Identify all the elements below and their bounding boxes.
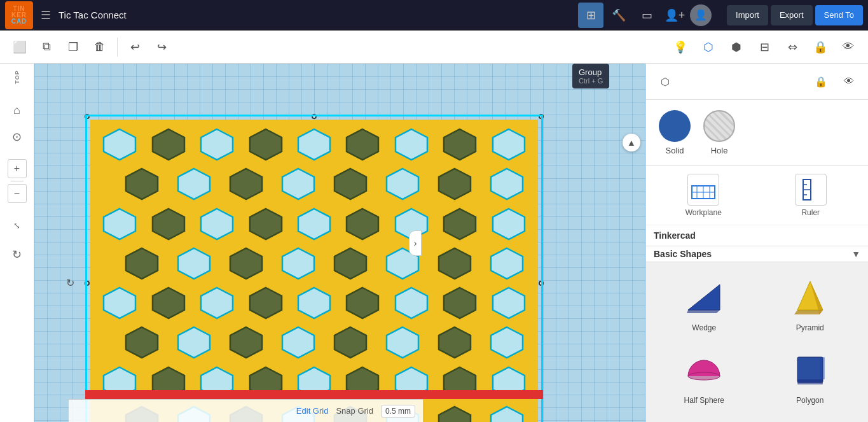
hex-cell[interactable]	[149, 127, 188, 162]
hex-cell[interactable]	[174, 325, 214, 360]
edit-grid-button[interactable]: Edit Grid	[296, 406, 329, 416]
zoom-in-button[interactable]: +	[8, 159, 27, 178]
show-hide-button[interactable]: 👁	[837, 70, 860, 93]
tinkercad-logo[interactable]: TIN KER CAD	[5, 1, 33, 29]
hex-cell[interactable]	[489, 207, 528, 241]
undo-button[interactable]: ↩	[123, 35, 147, 59]
hex-cell[interactable]	[246, 207, 286, 241]
hex-cell[interactable]	[197, 286, 237, 320]
torus-shape-item[interactable]: Torus	[757, 412, 864, 422]
hex-cell[interactable]	[487, 246, 527, 281]
hex-cell[interactable]	[122, 167, 162, 201]
hex-cell[interactable]	[279, 325, 318, 360]
fit-all-button[interactable]: ⤡	[5, 213, 29, 237]
pyramid-shape-item[interactable]: Pyramid	[757, 267, 864, 340]
new-object-button[interactable]: ⬜	[8, 35, 32, 59]
hex-cell[interactable]	[246, 286, 286, 320]
hex-cell[interactable]	[226, 167, 266, 201]
fit-button[interactable]: ⊙	[5, 125, 29, 149]
visibility-button[interactable]: 👁	[836, 35, 860, 59]
rotate-view-button[interactable]: ↻	[10, 245, 24, 264]
wedge-shape-item[interactable]: Wedge	[651, 267, 757, 340]
snap-value[interactable]: 0.5 mm	[381, 405, 415, 418]
hex-cell[interactable]	[279, 246, 318, 281]
mirror-button[interactable]: ⇔	[780, 35, 804, 59]
send-to-button[interactable]: Send To	[815, 5, 863, 25]
group-button[interactable]: ⬡	[696, 35, 720, 59]
duplicate-button[interactable]: ⧉	[34, 35, 59, 59]
hex-cell[interactable]	[174, 246, 214, 281]
hex-cell[interactable]	[435, 405, 474, 422]
hex-cell[interactable]	[294, 207, 334, 241]
hex-cell[interactable]	[383, 325, 422, 360]
ungroup-button[interactable]: ⬢	[724, 35, 748, 59]
hex-cell[interactable]	[435, 167, 474, 201]
hex-cell[interactable]	[149, 207, 188, 241]
user-avatar[interactable]: 👤	[690, 4, 712, 26]
build-button[interactable]: 🔨	[606, 3, 631, 28]
polygon-shape-item[interactable]: Polygon	[757, 340, 864, 412]
hex-cell[interactable]	[149, 286, 188, 320]
lock-button[interactable]: 🔒	[808, 35, 832, 59]
hex-cell[interactable]	[489, 127, 528, 162]
grid-view-button[interactable]: ⊞	[578, 3, 603, 28]
canvas-area[interactable]: ↻	[34, 64, 645, 422]
hex-cell[interactable]	[174, 167, 214, 201]
half-sphere-shape-item[interactable]: Half Sphere	[651, 340, 757, 412]
ruler-item[interactable]: Ruler	[761, 174, 861, 217]
hex-cell[interactable]	[383, 167, 422, 201]
hex-cell[interactable]	[331, 167, 370, 201]
hex-cell[interactable]	[122, 246, 162, 281]
hex-cell[interactable]	[226, 246, 266, 281]
hex-cell[interactable]	[435, 246, 474, 281]
solid-option[interactable]: Solid	[659, 110, 691, 155]
import-button[interactable]: Import	[727, 5, 768, 25]
hex-cell[interactable]	[343, 207, 382, 241]
hex-cell[interactable]	[487, 325, 527, 360]
hex-cell[interactable]	[100, 127, 139, 162]
copy-button[interactable]: ❐	[61, 35, 85, 59]
delete-button[interactable]: 🗑	[88, 35, 112, 59]
hex-cell[interactable]	[440, 127, 479, 162]
paraboloid-shape-item[interactable]: Paraboloid	[651, 412, 757, 422]
hex-cell[interactable]	[392, 127, 431, 162]
hex-cell[interactable]	[122, 325, 162, 360]
hex-cell[interactable]	[226, 325, 266, 360]
hex-cell[interactable]	[100, 207, 139, 241]
hex-cell[interactable]	[294, 286, 334, 320]
hole-option[interactable]: Hole	[703, 110, 735, 155]
scroll-up-button[interactable]: ▲	[623, 134, 640, 151]
hex-cell[interactable]	[331, 325, 370, 360]
board-container[interactable]: ↻	[85, 115, 543, 422]
home-view-button[interactable]: ⌂	[5, 98, 29, 122]
shapes-dropdown-arrow[interactable]: ▼	[851, 249, 860, 259]
lock-shape-button[interactable]: 🔒	[809, 70, 832, 93]
add-user-button[interactable]: 👤+	[662, 3, 687, 28]
hex-cell[interactable]	[331, 246, 370, 281]
hex-cell[interactable]	[100, 286, 139, 320]
redo-button[interactable]: ↪	[149, 35, 174, 59]
shape-control-1[interactable]: ⬡	[654, 70, 677, 93]
align-button[interactable]: ⊟	[752, 35, 776, 59]
hex-cell[interactable]	[487, 405, 527, 422]
hex-cell[interactable]	[197, 207, 237, 241]
document-icon[interactable]: ☰	[38, 6, 53, 25]
workplane-item[interactable]: Workplane	[654, 174, 754, 217]
circuit-button[interactable]: ▭	[634, 3, 659, 28]
rotate-handle[interactable]: ↻	[66, 277, 79, 290]
light-button[interactable]: 💡	[668, 35, 692, 59]
hex-cell[interactable]	[487, 167, 527, 201]
hex-cell[interactable]	[392, 286, 431, 320]
hex-cell[interactable]	[440, 286, 479, 320]
hex-cell[interactable]	[343, 127, 382, 162]
zoom-out-button[interactable]: −	[8, 184, 27, 203]
export-button[interactable]: Export	[771, 5, 813, 25]
collapse-right-panel-button[interactable]: ›	[409, 230, 422, 256]
hex-cell[interactable]	[435, 325, 474, 360]
hex-cell[interactable]	[246, 127, 286, 162]
hex-cell[interactable]	[197, 127, 237, 162]
hex-cell[interactable]	[279, 167, 318, 201]
hex-cell[interactable]	[343, 286, 382, 320]
hex-cell[interactable]	[440, 207, 479, 241]
hex-cell[interactable]	[489, 286, 528, 320]
